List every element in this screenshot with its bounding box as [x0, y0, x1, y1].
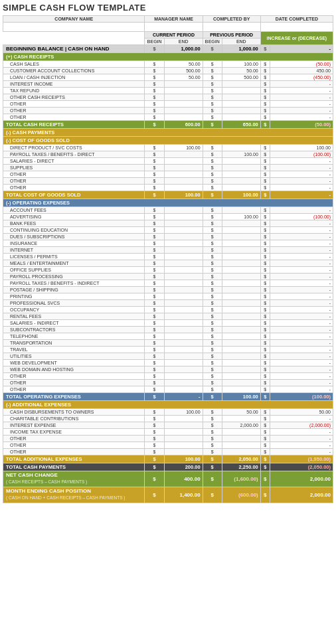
list-item: POSTAGE / SHIPPING $ $ $ -	[3, 287, 333, 293]
list-item: PAYROLL PROCESSING $ $ $ -	[3, 274, 333, 280]
list-item: INCOME TAX EXPENSE $ $ $ -	[3, 429, 333, 436]
total-cash-receipts-label: TOTAL CASH RECEIPTS	[3, 121, 145, 129]
list-item: DUES / SUBSCRIPTIONS $ $ $ -	[3, 234, 333, 240]
completed-by-label: COMPLETED BY	[203, 16, 260, 23]
addl-header: (-) ADDITIONAL EXPENSES	[3, 401, 333, 409]
previous-period-label: PREVIOUS PERIOD	[203, 32, 260, 39]
prev-end-label: END	[222, 39, 260, 45]
list-item: MEALS / ENTERTAINMENT $ $ $ -	[3, 260, 333, 267]
curr-begin-label: BEGIN	[145, 39, 164, 45]
prev-begin-label: BEGIN	[203, 39, 222, 45]
list-item: CUSTOMER ACCOUNT COLLECTIONS $ 500.00 $ …	[3, 68, 333, 74]
cash-receipts-label: (+) CASH RECEIPTS	[3, 53, 333, 61]
list-item: OTHER $ $ $ -	[3, 108, 333, 114]
total-addl-row: TOTAL ADDITIONAL EXPENSES $ 100.00 $ 2,0…	[3, 455, 333, 463]
list-item: INTEREST EXPENSE $ $ 2,000.00 $ (2,000.0…	[3, 422, 333, 429]
list-item: CONTINUING EDUCATION $ $ $ -	[3, 227, 333, 234]
list-item: OTHER $ $ $ -	[3, 171, 333, 178]
list-item: TELEPHONE $ $ $ -	[3, 333, 333, 340]
month-end-sublabel: ( CASH ON HAND + CASH RECEIPTS – CASH PA…	[6, 495, 125, 500]
list-item: INTEREST INCOME $ $ $ -	[3, 81, 333, 88]
bb-iv: -	[270, 45, 333, 53]
list-item: BANK FEES $ $ $ -	[3, 220, 333, 227]
list-item: PROFESSIONAL SVCS $ $ $ -	[3, 300, 333, 307]
list-item: INTERNET $ $ $ -	[3, 247, 333, 254]
list-item: OTHER $ $ $ -	[3, 436, 333, 442]
opex-header: (-) OPERATING EXPENSES	[3, 199, 333, 207]
list-item: SALARIES - INDIRECT $ $ $ -	[3, 320, 333, 327]
list-item: ADVERTISING $ $ 100.00 $ (100.00)	[3, 214, 333, 220]
total-opex-row: TOTAL OPERATING EXPENSES $ - $ 100.00 $ …	[3, 393, 333, 401]
period-header-row: CURRENT PERIOD PREVIOUS PERIOD INCREASE …	[3, 32, 333, 39]
current-period-label: CURRENT PERIOD	[145, 32, 203, 39]
list-item: OTHER $ $ $ -	[3, 386, 333, 393]
list-item: CHARITABLE CONTRIBUTIONS $ $ $ -	[3, 416, 333, 422]
list-item: CASH SALES $ 50.00 $ 100.00 $ (50.00)	[3, 61, 333, 68]
list-item: OTHER $ $ $ -	[3, 185, 333, 191]
list-item: RENTAL FEES $ $ $ -	[3, 313, 333, 320]
list-item: PAYROLL TAXES / BENEFITS - DIRECT $ $ 10…	[3, 151, 333, 158]
bb-id: $	[260, 45, 270, 53]
list-item: TRAVEL $ $ $ -	[3, 347, 333, 353]
manager-name-label: MANAGER NAME	[145, 16, 203, 23]
total-cogs-row: TOTAL COST OF GOODS SOLD $ 100.00 $ 100.…	[3, 191, 333, 199]
net-cash-row: NET CASH CHANGE ( CASH RECEIPTS – CASH P…	[3, 471, 333, 487]
list-item: TRANSPORTATION $ $ $ -	[3, 340, 333, 347]
list-item: LICENSES / PERMITS $ $ $ -	[3, 254, 333, 260]
list-item: OTHER $ $ $ -	[3, 114, 333, 121]
list-item: PAYROLL TAXES / BENEFITS - INDIRECT $ $ …	[3, 280, 333, 287]
cogs-header: (-) COST OF GOODS SOLD	[3, 137, 333, 145]
beginning-balance-label: BEGINNING BALANCE | CASH ON HAND	[3, 45, 145, 53]
increase-header: INCREASE or (DECREASE)	[260, 32, 333, 45]
list-item: SALARIES - DIRECT $ $ $ -	[3, 158, 333, 165]
beginning-balance-row: BEGINNING BALANCE | CASH ON HAND $ 1,000…	[3, 45, 333, 53]
bb-cd: $	[145, 45, 164, 53]
list-item: WEB DOMAIN AND HOSTING $ $ $ -	[3, 366, 333, 373]
month-end-row: MONTH ENDING CASH POSITION ( CASH ON HAN…	[3, 487, 333, 503]
date-completed-label: DATE COMPLETED	[260, 16, 333, 23]
bb-pv: 1,000.00	[222, 45, 260, 53]
list-item: OCCUPANCY $ $ $ -	[3, 307, 333, 313]
list-item: CASH DISBURSEMENTS TO OWNERS $ 100.00 $ …	[3, 409, 333, 416]
list-item: OTHER $ $ $ -	[3, 101, 333, 108]
list-item: OFFICE SUPPLIES $ $ $ -	[3, 267, 333, 274]
list-item: TAX REFUND $ $ $ -	[3, 88, 333, 94]
month-end-label: MONTH ENDING CASH POSITION	[6, 488, 91, 494]
net-cash-label: NET CASH CHANGE	[6, 472, 58, 478]
list-item: LOAN / CASH INJECTION $ 50.00 $ 500.00 $…	[3, 74, 333, 81]
bb-pd: $	[203, 45, 222, 53]
total-cash-receipts-row: TOTAL CASH RECEIPTS $ 600.00 $ 650.00 $ …	[3, 121, 333, 129]
page-title: SIMPLE CASH FLOW TEMPLATE	[3, 3, 333, 13]
list-item: OTHER $ $ $ -	[3, 380, 333, 386]
cash-payments-header: (-) CASH PAYMENTS	[3, 129, 333, 137]
list-item: INSURANCE $ $ $ -	[3, 240, 333, 247]
list-item: DIRECT PRODUCT / SVC COSTS $ 100.00 $ $ …	[3, 145, 333, 151]
list-item: OTHER CASH RECEIPTS $ $ $ -	[3, 94, 333, 101]
list-item: OTHER $ $ $ -	[3, 449, 333, 455]
total-cash-payments-row: TOTAL CASH PAYMENTS $ 200.00 $ 2,250.00 …	[3, 463, 333, 471]
cash-receipts-header: (+) CASH RECEIPTS	[3, 53, 333, 61]
list-item: OTHER $ $ $ -	[3, 442, 333, 449]
company-header-row: COMPANY NAME MANAGER NAME COMPLETED BY D…	[3, 16, 333, 23]
list-item: OTHER $ $ $ -	[3, 373, 333, 380]
net-cash-sublabel: ( CASH RECEIPTS – CASH PAYMENTS )	[6, 479, 87, 484]
list-item: SUPPLIES $ $ $ -	[3, 165, 333, 171]
company-name-label: COMPANY NAME	[3, 16, 145, 23]
list-item: SUBCONTRACTORS $ $ $ -	[3, 327, 333, 333]
curr-end-label: END	[164, 39, 203, 45]
list-item: UTILITIES $ $ $ -	[3, 353, 333, 360]
list-item: WEB DEVELOPMENT $ $ $ -	[3, 360, 333, 366]
bb-cv: 1,000.00	[164, 45, 203, 53]
list-item: OTHER $ $ $ -	[3, 178, 333, 185]
list-item: PRINTING $ $ $ -	[3, 293, 333, 300]
company-input-row	[3, 23, 333, 32]
list-item: ACCOUNT FEES $ $ $ -	[3, 207, 333, 214]
